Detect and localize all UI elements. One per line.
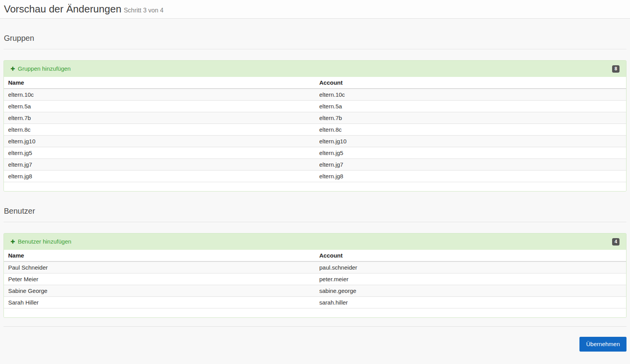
page-title: Vorschau der ÄnderungenSchritt 3 von 4 [4, 3, 626, 17]
table-row: Paul Schneiderpaul.schneider [4, 261, 626, 273]
table-cell: eltern.jg8 [4, 171, 315, 182]
table-row: Sarah Hillersarah.hiller [4, 297, 626, 308]
table-cell: sabine.george [315, 285, 626, 297]
table-row: eltern.8celtern.8c [4, 124, 626, 136]
table-cell: sarah.hiller [315, 297, 626, 308]
table-cell: peter.meier [315, 273, 626, 285]
table-row: eltern.10celtern.10c [4, 89, 626, 101]
table-header-row: Name Account [4, 77, 626, 89]
benutzer-count-badge: 4 [612, 238, 620, 246]
table-cell: eltern.10c [4, 89, 315, 101]
add-groups-link[interactable]: ✚Gruppen hinzufügen [10, 65, 71, 73]
section-heading-gruppen: Gruppen [4, 33, 626, 43]
plus-icon: ✚ [10, 66, 15, 72]
table-row: eltern.jg7eltern.jg7 [4, 159, 626, 171]
add-groups-label: Gruppen hinzufügen [18, 65, 71, 72]
column-header-name: Name [4, 77, 315, 89]
table-row: eltern.5aeltern.5a [4, 101, 626, 112]
table-cell: eltern.5a [4, 101, 315, 112]
step-indicator: Schritt 3 von 4 [124, 7, 163, 14]
column-header-account: Account [315, 250, 626, 261]
table-cell: eltern.jg8 [315, 171, 626, 182]
main-content: Gruppen ✚Gruppen hinzufügen 8 Name Accou… [0, 33, 630, 352]
table-cell: eltern.jg5 [315, 147, 626, 159]
section-divider [4, 49, 626, 49]
footer-bar: Übernehmen [4, 327, 626, 352]
table-cell: eltern.7b [4, 112, 315, 124]
gruppen-panel: ✚Gruppen hinzufügen 8 Name Account elter… [4, 60, 626, 192]
table-cell: eltern.10c [315, 89, 626, 101]
plus-icon: ✚ [10, 239, 15, 245]
benutzer-table: Name Account Paul Schneiderpaul.schneide… [4, 250, 626, 308]
table-cell: eltern.7b [315, 112, 626, 124]
benutzer-panel: ✚Benutzer hinzufügen 4 Name Account Paul… [4, 233, 626, 318]
table-cell: Peter Meier [4, 273, 315, 285]
panel-footer-space [4, 182, 626, 191]
section-divider [4, 222, 626, 222]
table-row: Peter Meierpeter.meier [4, 273, 626, 285]
column-header-account: Account [315, 77, 626, 89]
panel-footer-space [4, 308, 626, 317]
table-header-row: Name Account [4, 250, 626, 261]
table-row: eltern.jg8eltern.jg8 [4, 171, 626, 182]
page-title-text: Vorschau der Änderungen [4, 3, 121, 15]
gruppen-panel-heading: ✚Gruppen hinzufügen 8 [4, 61, 626, 77]
column-header-name: Name [4, 250, 315, 261]
table-row: Sabine Georgesabine.george [4, 285, 626, 297]
table-cell: Sarah Hiller [4, 297, 315, 308]
add-users-link[interactable]: ✚Benutzer hinzufügen [10, 238, 71, 246]
table-cell: eltern.jg7 [4, 159, 315, 171]
gruppen-table: Name Account eltern.10celtern.10celtern.… [4, 77, 626, 182]
benutzer-panel-heading: ✚Benutzer hinzufügen 4 [4, 233, 626, 250]
gruppen-count-badge: 8 [612, 65, 620, 73]
table-row: eltern.jg10eltern.jg10 [4, 136, 626, 147]
table-cell: Sabine George [4, 285, 315, 297]
table-cell: eltern.5a [315, 101, 626, 112]
table-cell: paul.schneider [315, 261, 626, 273]
table-row: eltern.7beltern.7b [4, 112, 626, 124]
add-users-label: Benutzer hinzufügen [18, 238, 72, 245]
table-cell: eltern.8c [4, 124, 315, 136]
table-cell: eltern.jg5 [4, 147, 315, 159]
section-heading-benutzer: Benutzer [4, 206, 626, 216]
apply-button[interactable]: Übernehmen [579, 337, 626, 352]
table-cell: eltern.jg10 [4, 136, 315, 147]
table-cell: eltern.jg7 [315, 159, 626, 171]
table-cell: eltern.jg10 [315, 136, 626, 147]
table-cell: Paul Schneider [4, 261, 315, 273]
page-header: Vorschau der ÄnderungenSchritt 3 von 4 [0, 0, 630, 19]
table-row: eltern.jg5eltern.jg5 [4, 147, 626, 159]
table-cell: eltern.8c [315, 124, 626, 136]
